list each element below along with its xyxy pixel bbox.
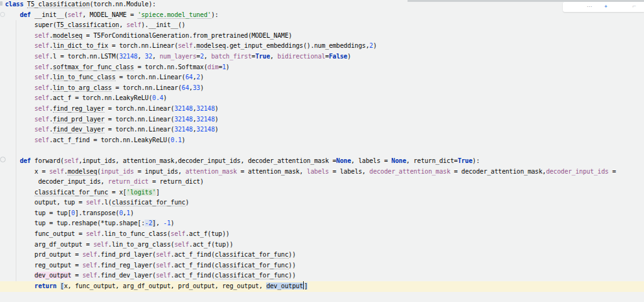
code-line[interactable]: self.modelseq = T5ForConditionalGenerati… (0, 31, 644, 42)
code-line[interactable]: self.lin_to_func_class = torch.nn.Linear… (0, 72, 644, 83)
code-lines[interactable]: class T5_classification(torch.nn.Module)… (0, 0, 644, 292)
code-line[interactable]: self.l = torch.nn.LSTM(32148, 32, num_la… (0, 52, 644, 62)
code-line[interactable]: self.act_f = torch.nn.LeakyReLU(0.4) (0, 93, 644, 104)
code-line[interactable]: self.act_f_find = torch.nn.LeakyReLU(0.1… (0, 135, 644, 146)
code-line[interactable]: dev_output = self.find_dev_layer(self.ac… (0, 271, 644, 281)
more-icon[interactable]: ⋯ (587, 2, 592, 12)
code-line[interactable]: decoder_input_ids, return_dict = return_… (0, 177, 644, 187)
code-line[interactable]: tup = tup[0].transpose(0,1) (0, 208, 644, 219)
code-line[interactable]: output, tup = self.l(classificat_for_fun… (0, 198, 644, 208)
code-line[interactable]: return [x, func_output, arg_df_output, p… (0, 281, 644, 292)
code-line[interactable]: prd_output = self.find_prd_layer(self.ac… (0, 250, 644, 260)
code-line[interactable]: self.find_reg_layer = torch.nn.Linear(32… (0, 104, 644, 115)
code-editor[interactable]: class T5_classification(torch.nn.Module)… (0, 0, 644, 302)
code-line[interactable]: super(T5_classification, self).__init__(… (0, 20, 644, 31)
code-line[interactable]: self.softmax_for_func_class = torch.nn.S… (0, 62, 644, 73)
code-line[interactable]: def __init__(self, MODEL_NAME = 'spiece.… (0, 10, 644, 21)
code-line[interactable]: self.lin_to_arg_class = torch.nn.Linear(… (0, 83, 644, 94)
expand-icon[interactable]: ⌐ (632, 2, 636, 12)
code-line[interactable]: def forward(self,input_ids, attention_ma… (0, 156, 644, 167)
code-line[interactable]: arg_df_output = self.lin_to_arg_class(se… (0, 240, 644, 250)
edit-icon[interactable]: ✦ (604, 2, 608, 12)
code-line[interactable]: tup = tup.reshape(*tup.shape[:-2], -1) (0, 218, 644, 229)
code-line[interactable]: self.find_dev_layer = torch.nn.Linear(32… (0, 125, 644, 135)
code-line[interactable]: reg_output = self.find_reg_layer(self.ac… (0, 260, 644, 271)
code-line[interactable]: x = self.modelseq(input_ids = input_ids,… (0, 167, 644, 177)
code-line[interactable]: self.lin_dict_to_fix = torch.nn.Linear(s… (0, 41, 644, 52)
code-line[interactable] (0, 145, 644, 156)
floating-toolbar[interactable]: ⋯ ✦ ⌐ (563, 2, 644, 12)
code-line[interactable]: func_output = self.lin_to_func_class(sel… (0, 229, 644, 240)
code-line[interactable]: classificat_for_func = x['logits'] (0, 187, 644, 198)
code-line[interactable]: self.find_prd_layer = torch.nn.Linear(32… (0, 115, 644, 125)
